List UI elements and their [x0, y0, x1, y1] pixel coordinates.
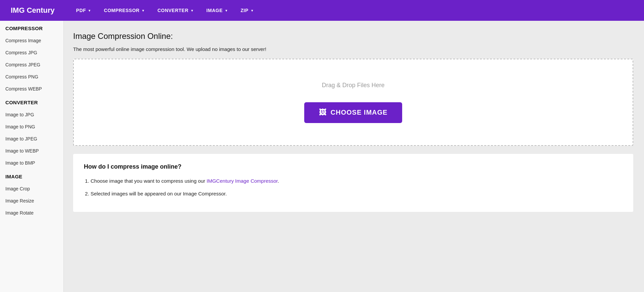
nav-compressor[interactable]: COMPRESSOR ▾	[99, 5, 150, 16]
step-1-text-after: .	[278, 178, 279, 184]
page-description: The most powerful online image compressi…	[73, 46, 633, 52]
info-card: How do I compress image online? Choose i…	[73, 154, 633, 212]
sidebar-item-image-to-webp[interactable]: Image to WEBP	[0, 145, 63, 157]
sidebar-item-compress-png[interactable]: Compress PNG	[0, 71, 63, 83]
page-title: Image Compression Online:	[73, 32, 633, 41]
sidebar-section-compressor: COMPRESSOR	[0, 21, 63, 35]
converter-arrow-icon: ▾	[191, 9, 193, 12]
nav-converter[interactable]: CONVERTER ▾	[152, 5, 198, 16]
sidebar-item-image-to-jpg[interactable]: Image to JPG	[0, 109, 63, 121]
nav-zip[interactable]: ZIP ▾	[235, 5, 258, 16]
sidebar-section-converter: CONVERTER	[0, 95, 63, 109]
imgcentury-link[interactable]: IMGCentury Image Compressor	[207, 178, 278, 184]
sidebar-section-image: IMAGE	[0, 169, 63, 183]
drop-zone[interactable]: Drag & Drop Files Here 🖼 CHOOSE IMAGE	[73, 59, 633, 146]
choose-image-icon: 🖼	[319, 108, 327, 117]
info-card-step-1: Choose image that you want to compress u…	[91, 177, 623, 185]
nav-pdf[interactable]: PDF ▾	[71, 5, 96, 16]
choose-image-label: CHOOSE IMAGE	[331, 109, 388, 116]
body-wrap: COMPRESSOR Compress Image Compress JPG C…	[0, 21, 644, 292]
info-card-steps: Choose image that you want to compress u…	[84, 177, 623, 198]
sidebar-item-compress-image[interactable]: Compress Image	[0, 35, 63, 47]
sidebar-item-compress-jpg[interactable]: Compress JPG	[0, 47, 63, 59]
image-arrow-icon: ▾	[225, 9, 227, 12]
pdf-arrow-icon: ▾	[89, 9, 91, 12]
compressor-arrow-icon: ▾	[142, 9, 144, 12]
logo: IMG Century	[11, 6, 55, 15]
sidebar-item-image-rotate[interactable]: Image Rotate	[0, 207, 63, 219]
info-card-heading: How do I compress image online?	[84, 163, 623, 170]
choose-image-button[interactable]: 🖼 CHOOSE IMAGE	[304, 102, 402, 123]
nav: PDF ▾ COMPRESSOR ▾ CONVERTER ▾ IMAGE ▾ Z…	[71, 5, 258, 16]
sidebar-item-image-resize[interactable]: Image Resize	[0, 195, 63, 207]
header: IMG Century PDF ▾ COMPRESSOR ▾ CONVERTER…	[0, 0, 644, 21]
main-content: Image Compression Online: The most power…	[64, 21, 644, 292]
nav-image[interactable]: IMAGE ▾	[201, 5, 232, 16]
sidebar: COMPRESSOR Compress Image Compress JPG C…	[0, 21, 64, 292]
sidebar-item-image-to-bmp[interactable]: Image to BMP	[0, 157, 63, 169]
drop-zone-text: Drag & Drop Files Here	[322, 82, 384, 89]
sidebar-item-compress-webp[interactable]: Compress WEBP	[0, 83, 63, 95]
zip-arrow-icon: ▾	[251, 9, 253, 12]
step-1-text-before: Choose image that you want to compress u…	[91, 178, 207, 184]
sidebar-item-image-to-png[interactable]: Image to PNG	[0, 121, 63, 133]
sidebar-item-image-to-jpeg[interactable]: Image to JPEG	[0, 133, 63, 145]
sidebar-item-compress-jpeg[interactable]: Compress JPEG	[0, 59, 63, 71]
info-card-step-2: Selected images will be appeared on our …	[91, 190, 623, 198]
sidebar-item-image-crop[interactable]: Image Crop	[0, 183, 63, 195]
